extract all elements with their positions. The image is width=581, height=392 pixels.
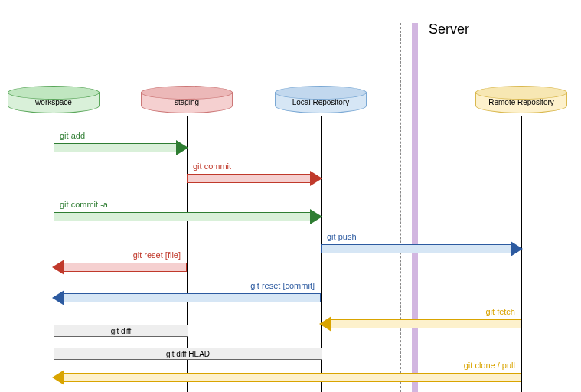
arrow-git-commit-a: git commit -a [54, 211, 321, 222]
server-label: Server [429, 21, 469, 38]
span-label: git diff [111, 327, 132, 335]
server-boundary-band [412, 23, 418, 392]
arrow-label: git push [327, 232, 357, 241]
arrow-label: git fetch [485, 307, 515, 316]
span-label: git diff HEAD [166, 350, 210, 358]
diagram-canvas: Server workspace staging Local Repositor… [0, 0, 581, 392]
arrow-label: git commit -a [60, 200, 108, 209]
arrow-git-fetch: git fetch [321, 318, 521, 329]
arrow-git-add: git add [54, 142, 187, 153]
span-git-diff-head: git diff HEAD [54, 348, 322, 360]
arrow-git-push: git push [321, 243, 521, 254]
arrow-label: git commit [193, 162, 231, 171]
arrow-label: git clone / pull [464, 361, 515, 370]
lane-remote: Remote Repository [475, 86, 567, 113]
server-boundary-dash [400, 23, 401, 392]
lane-workspace: workspace [8, 86, 100, 113]
arrow-label: git reset [file] [133, 250, 181, 260]
arrow-git-reset-commit: git reset [commit] [54, 292, 321, 303]
arrow-git-commit: git commit [187, 173, 321, 184]
span-git-diff: git diff [54, 325, 188, 337]
lane-local: Local Repository [275, 86, 367, 113]
arrow-git-clone-pull: git clone / pull [54, 372, 521, 383]
arrow-label: git add [60, 131, 85, 140]
lane-staging: staging [141, 86, 233, 113]
arrow-label: git reset [commit] [250, 281, 315, 290]
arrow-git-reset-file: git reset [file] [54, 262, 187, 273]
